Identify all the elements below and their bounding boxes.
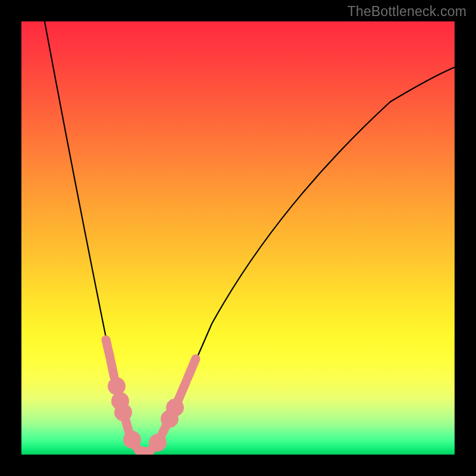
marker-capsule [177,381,186,402]
plot-area [21,21,455,455]
chart-frame: TheBottleneck.com [0,0,476,476]
marker-capsule [187,359,196,378]
curve-left-branch [45,21,142,455]
marker-capsule [159,425,167,439]
marker-capsule [111,361,114,377]
curve-right-branch [152,67,455,455]
marker-layer [106,340,196,452]
chart-svg [21,21,455,455]
marker-dot [112,382,121,391]
marker-capsule [106,340,110,358]
watermark-text: TheBottleneck.com [347,4,466,20]
